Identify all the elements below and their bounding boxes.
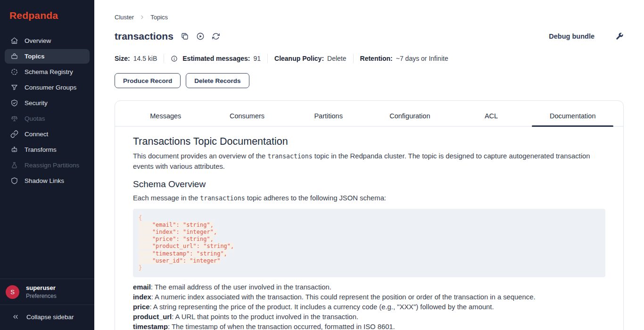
stat-value: Delete: [327, 55, 346, 62]
field-term: product_url: [133, 313, 172, 321]
tab-documentation[interactable]: Documentation: [532, 112, 613, 126]
main-content: ClusterTopics transactions Debug bundle …: [94, 0, 644, 330]
code-line: "price": "string",: [139, 236, 600, 243]
schema-lead: Each message in the transactions topic a…: [133, 193, 605, 204]
user-preferences-link[interactable]: Preferences: [26, 293, 57, 299]
collapse-sidebar-label: Collapse sidebar: [26, 314, 74, 321]
tab-consumers[interactable]: Consumers: [206, 112, 288, 126]
home-icon: [10, 37, 18, 45]
stat-label: Estimated messages:: [182, 55, 250, 62]
flask-icon: [10, 161, 18, 169]
sidebar-item-label: Transforms: [25, 146, 57, 153]
field-definitions: email: The email address of the user inv…: [133, 282, 605, 330]
code-line: }: [139, 264, 600, 272]
sidebar-item-security[interactable]: Security: [5, 96, 90, 110]
sidebar-item-schema-registry[interactable]: Schema Registry: [5, 65, 90, 79]
user-section[interactable]: S superuser Preferences: [0, 279, 94, 305]
sidebar-item-shadow-links[interactable]: Shadow Links: [5, 173, 90, 188]
chevrons-left-icon: [12, 313, 19, 321]
stat-separator: [267, 54, 268, 63]
field-definition-product-url: product_url: A URL that points to the pr…: [133, 312, 605, 322]
tab-partitions[interactable]: Partitions: [288, 112, 369, 126]
json-schema-codeblock: { "email": "string", "index": "integer",…: [133, 209, 605, 278]
sidebar-item-topics[interactable]: Topics: [5, 49, 90, 64]
field-description: : A string representing the price of the…: [149, 303, 494, 311]
tab-bar: MessagesConsumersPartitionsConfiguration…: [115, 101, 623, 127]
field-definition-price: price: A string representing the price o…: [133, 302, 605, 312]
breadcrumb-item-cluster[interactable]: Cluster: [115, 14, 134, 21]
field-definition-index: index: A numeric index associated with t…: [133, 292, 605, 302]
robot-icon: [10, 146, 18, 154]
sidebar-item-transforms[interactable]: Transforms: [5, 142, 90, 157]
tab-configuration[interactable]: Configuration: [369, 112, 451, 126]
field-term: email: [133, 283, 151, 291]
stat-label: Size:: [115, 55, 130, 62]
copy-topic-name-button[interactable]: [181, 32, 189, 41]
header-right: Debug bundle: [549, 32, 624, 41]
sidebar-item-quotas: Quotas: [5, 111, 90, 126]
field-term: index: [133, 293, 151, 301]
inline-code: transactions: [267, 153, 312, 160]
stat-value: ~7 days or Infinite: [396, 55, 448, 62]
sidebar-item-label: Overview: [25, 37, 51, 44]
topics-icon: [10, 52, 18, 60]
user-name: superuser: [26, 284, 57, 291]
schema-heading: Schema Overview: [133, 179, 605, 190]
sidebar-item-reassign-partitions: Reassign Partitions: [5, 158, 90, 173]
stat-label: Retention:: [360, 55, 393, 62]
stat-cleanup-policy: Cleanup Policy:Delete: [274, 55, 347, 62]
sidebar-item-connect[interactable]: Connect: [5, 127, 90, 141]
doc-intro: This document provides an overview of th…: [133, 151, 605, 172]
stat-separator: [164, 54, 164, 63]
sidebar-item-label: Topics: [25, 53, 45, 60]
sidebar-item-label: Consumer Groups: [25, 84, 76, 91]
stat-retention: Retention:~7 days or Infinite: [360, 55, 448, 62]
sidebar-item-overview[interactable]: Overview: [5, 33, 90, 48]
code-line: "product_url": "string",: [139, 243, 600, 250]
field-description: : The email address of the user involved…: [151, 283, 331, 291]
field-term: timestamp: [133, 323, 168, 330]
link-icon: [10, 130, 18, 138]
tab-acl[interactable]: ACL: [451, 112, 532, 126]
field-definition-timestamp: timestamp: The timestamp of when the tra…: [133, 322, 605, 330]
user-info: superuser Preferences: [26, 284, 57, 299]
topic-card: MessagesConsumersPartitionsConfiguration…: [115, 100, 624, 330]
breadcrumb: ClusterTopics: [115, 14, 624, 21]
field-term: price: [133, 303, 149, 311]
debug-bundle-link[interactable]: Debug bundle: [549, 33, 594, 40]
stat-value: 14.5 kiB: [133, 55, 157, 62]
code-line: "email": "string",: [139, 222, 600, 229]
redpanda-logo: Redpanda: [0, 0, 94, 31]
topic-header: transactions Debug bundle: [115, 31, 624, 42]
field-description: : The timestamp of when the transaction …: [168, 323, 395, 330]
stat-value: 91: [253, 55, 261, 62]
sidebar-item-label: Reassign Partitions: [25, 162, 79, 169]
app-root: Redpanda OverviewTopicsSchema RegistryCo…: [0, 0, 644, 330]
shield-check-icon: [10, 99, 18, 107]
doc-title: Transactions Topic Documentation: [133, 136, 605, 148]
sidebar-item-label: Shadow Links: [25, 177, 64, 184]
breadcrumb-item-topics[interactable]: Topics: [150, 14, 168, 21]
code-line: {: [139, 214, 600, 222]
sidebar-nav: OverviewTopicsSchema RegistryConsumer Gr…: [0, 33, 94, 189]
funnel-icon: [10, 83, 18, 91]
wrench-icon[interactable]: [615, 32, 624, 41]
avatar[interactable]: S: [6, 285, 19, 299]
tab-messages[interactable]: Messages: [125, 112, 206, 126]
collapse-sidebar-button[interactable]: Collapse sidebar: [0, 305, 94, 330]
page-title: transactions: [115, 31, 173, 42]
topic-actions: Produce Record Delete Records: [115, 73, 624, 88]
stat-separator: [353, 54, 354, 63]
schema-registry-icon: [10, 68, 18, 76]
sidebar-item-consumer-groups[interactable]: Consumer Groups: [5, 80, 90, 95]
code-line: "timestamp": "string",: [139, 250, 600, 257]
refresh-button[interactable]: [212, 32, 220, 41]
delete-records-button[interactable]: Delete Records: [186, 73, 249, 88]
documentation-panel: Transactions Topic Documentation This do…: [115, 127, 623, 330]
scales-icon: [10, 115, 18, 123]
produce-record-button[interactable]: Produce Record: [115, 73, 181, 88]
sidebar-item-label: Quotas: [25, 115, 45, 122]
sidebar: Redpanda OverviewTopicsSchema RegistryCo…: [0, 0, 94, 330]
play-button[interactable]: [196, 32, 205, 41]
chevron-right-icon: [139, 14, 145, 20]
